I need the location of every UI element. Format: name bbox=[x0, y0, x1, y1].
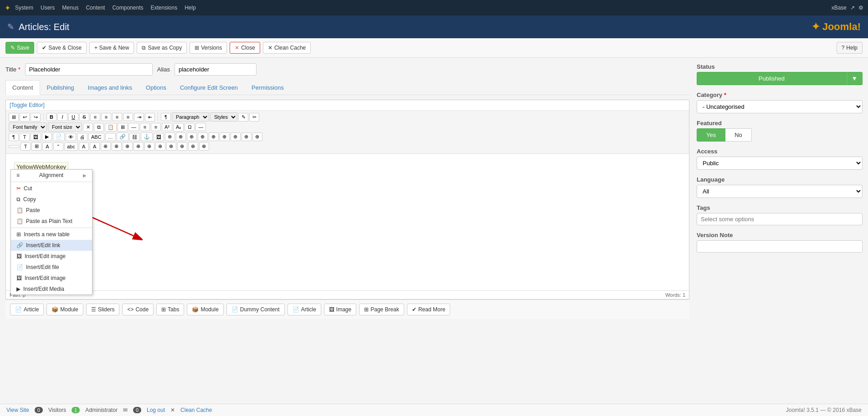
version-note-input[interactable] bbox=[697, 240, 863, 253]
nav-content[interactable]: Content bbox=[83, 5, 108, 11]
tab-permissions[interactable]: Permissions bbox=[245, 80, 291, 95]
editor-btn-row4-12[interactable]: ⊕ bbox=[134, 142, 144, 151]
editor-btn-strikethrough[interactable]: S bbox=[79, 113, 89, 121]
editor-btn-row4-18[interactable]: ⊕ bbox=[199, 142, 209, 151]
insert-tabs-button[interactable]: ⊞ Tabs bbox=[156, 304, 184, 315]
editor-btn-row4-9[interactable]: ⊕ bbox=[101, 142, 111, 151]
editor-body[interactable]: YellowWebMonkey ≡ Alignment ▶ ✂ Cut bbox=[6, 154, 689, 290]
editor-btn-row4-2[interactable]: T bbox=[21, 142, 31, 151]
editor-format-select[interactable]: Paragraph bbox=[172, 112, 209, 122]
cm-insert-media[interactable]: ▶ Insert/Edit Media bbox=[11, 284, 92, 294]
category-select[interactable]: - Uncategorised bbox=[697, 100, 863, 113]
editor-btn-align-justify[interactable]: ≡ bbox=[123, 113, 133, 121]
clean-cache-button[interactable]: ✕ Clean Cache bbox=[263, 42, 311, 54]
save-copy-button[interactable]: ⧉ Save as Copy bbox=[137, 42, 187, 54]
insert-article-button[interactable]: 📄 Article bbox=[10, 304, 44, 315]
featured-no-button[interactable]: No bbox=[725, 128, 752, 142]
insert-code-button[interactable]: <> Code bbox=[122, 304, 154, 315]
editor-btn-file[interactable]: 📄 bbox=[53, 132, 65, 141]
editor-btn-outdent[interactable]: ⇤ bbox=[145, 113, 155, 122]
language-select[interactable]: All bbox=[697, 185, 863, 198]
cm-insert-table[interactable]: ⊞ Inserts a new table bbox=[11, 229, 92, 240]
editor-btn-image[interactable]: 🖼 bbox=[31, 133, 41, 141]
tab-configure-edit[interactable]: Configure Edit Screen bbox=[173, 80, 245, 95]
editor-btn-source[interactable]: ⊞ bbox=[9, 113, 19, 122]
cm-alignment[interactable]: ≡ Alignment ▶ bbox=[11, 170, 92, 181]
status-dropdown-button[interactable]: ▼ bbox=[847, 72, 863, 85]
toggle-editor[interactable]: [Toggle Editor] bbox=[6, 100, 689, 111]
insert-readmore-button[interactable]: ✔ Read More bbox=[407, 304, 450, 315]
editor-btn-row4-8[interactable]: A bbox=[90, 142, 100, 151]
insert-pagebreak-button[interactable]: ⊞ Page Break bbox=[359, 304, 404, 315]
cm-cut[interactable]: ✂ Cut bbox=[11, 183, 92, 194]
editor-btn-row4-7[interactable]: A bbox=[79, 142, 89, 151]
editor-btn-row4-10[interactable]: ⊕ bbox=[112, 142, 122, 151]
help-button[interactable]: ? Help bbox=[837, 42, 863, 54]
nav-help[interactable]: Help bbox=[182, 5, 199, 11]
editor-btn-spellcheck[interactable]: ABC bbox=[88, 133, 104, 141]
save-close-button[interactable]: ✔ Save & Close bbox=[37, 42, 87, 54]
tags-input[interactable] bbox=[697, 213, 863, 225]
insert-module-button[interactable]: 📦 Module bbox=[46, 304, 83, 315]
editor-btn-copy[interactable]: ⧉ bbox=[94, 123, 104, 132]
editor-btn-insert-link[interactable]: 🔗 bbox=[117, 132, 128, 141]
editor-btn-redo[interactable]: ↪ bbox=[31, 113, 41, 122]
editor-btn-row4-6[interactable]: abc bbox=[64, 142, 78, 151]
insert-article2-button[interactable]: 📄 Article bbox=[288, 304, 321, 315]
nav-users[interactable]: Users bbox=[38, 5, 57, 11]
editor-btn-indent[interactable]: ⇥ bbox=[134, 113, 144, 122]
tab-options[interactable]: Options bbox=[139, 80, 173, 95]
editor-btn-undo[interactable]: ↩ bbox=[20, 113, 30, 122]
editor-btn-unlink[interactable]: ⛓ bbox=[129, 133, 140, 141]
tab-publishing[interactable]: Publishing bbox=[40, 80, 81, 95]
editor-btn-preview[interactable]: 👁 bbox=[66, 133, 76, 141]
editor-btn-superscript[interactable]: A² bbox=[162, 123, 172, 131]
title-input[interactable] bbox=[25, 63, 153, 76]
cm-insert-file[interactable]: 📄 Insert/Edit file bbox=[11, 262, 92, 273]
editor-btn-italic[interactable]: I bbox=[57, 113, 67, 121]
editor-btn-row4-4[interactable]: A bbox=[42, 142, 52, 151]
editor-btn-insert-7[interactable]: ⊕ bbox=[220, 132, 230, 141]
save-new-button[interactable]: + Save & New bbox=[89, 42, 134, 54]
editor-btn-media[interactable]: ▶ bbox=[42, 132, 52, 141]
cm-insert-edit-image[interactable]: 🖼 Insert/Edit image bbox=[11, 251, 92, 262]
editor-btn-text[interactable]: T bbox=[20, 133, 30, 141]
nav-menus[interactable]: Menus bbox=[59, 5, 81, 11]
editor-style-select[interactable]: Styles bbox=[210, 112, 237, 122]
nav-extensions[interactable]: Extensions bbox=[148, 5, 180, 11]
editor-btn-paragraph[interactable]: ¶ bbox=[161, 113, 171, 121]
insert-image-button[interactable]: 🖼 Image bbox=[324, 304, 356, 315]
editor-btn-bold[interactable]: B bbox=[46, 113, 56, 121]
cm-insert-link[interactable]: 🔗 Insert/Edit link bbox=[11, 240, 92, 251]
save-button[interactable]: ✎ Save bbox=[5, 42, 34, 54]
editor-btn-row4-17[interactable]: ⊕ bbox=[188, 142, 198, 151]
status-published-button[interactable]: Published bbox=[697, 72, 847, 85]
editor-btn-ordered[interactable]: ≡ bbox=[151, 123, 161, 131]
editor-btn-insert-img[interactable]: 🖼 bbox=[154, 133, 164, 141]
editor-btn-pagebreak[interactable]: — bbox=[195, 123, 206, 131]
insert-sliders-button[interactable]: ☰ Sliders bbox=[86, 304, 120, 315]
editor-btn-print[interactable]: 🖨 bbox=[77, 133, 87, 141]
nav-components[interactable]: Components bbox=[109, 5, 146, 11]
editor-btn-cleanup[interactable]: ✎ bbox=[238, 113, 248, 122]
tab-images-links[interactable]: Images and links bbox=[81, 80, 139, 95]
editor-btn-row4-14[interactable]: ⊕ bbox=[155, 142, 165, 151]
editor-btn-para[interactable]: ¶ bbox=[9, 133, 19, 141]
editor-btn-underline[interactable]: U bbox=[68, 113, 78, 121]
nav-system[interactable]: System bbox=[12, 5, 36, 11]
editor-btn-subscript[interactable]: A₂ bbox=[173, 123, 184, 132]
editor-btn-insert-9[interactable]: ⊕ bbox=[241, 132, 252, 141]
editor-btn-insert-4[interactable]: ⊕ bbox=[187, 132, 197, 141]
editor-btn-paste[interactable]: 📋 bbox=[105, 123, 117, 132]
editor-btn-special-char[interactable]: Ω bbox=[185, 123, 195, 131]
editor-btn-unordered[interactable]: ≡ bbox=[140, 123, 150, 131]
featured-yes-button[interactable]: Yes bbox=[697, 128, 725, 142]
editor-btn-hr[interactable]: — bbox=[128, 123, 139, 131]
editor-btn-more[interactable]: … bbox=[105, 133, 116, 141]
editor-btn-align-left[interactable]: ≡ bbox=[90, 113, 100, 121]
cm-insert-edit-image2[interactable]: 🖼 Insert/Edit image bbox=[11, 273, 92, 284]
editor-btn-insert-2[interactable]: ⊕ bbox=[165, 132, 175, 141]
editor-btn-row4-15[interactable]: ⊕ bbox=[166, 142, 176, 151]
editor-font-family-select[interactable]: Font family bbox=[9, 122, 47, 132]
versions-button[interactable]: ⊞ Versions bbox=[190, 42, 227, 54]
